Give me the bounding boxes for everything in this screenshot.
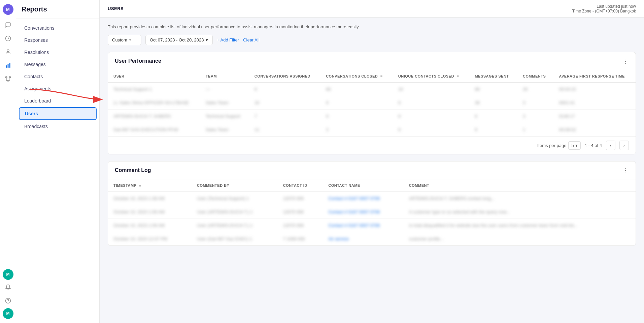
user-avatar[interactable]: M <box>3 4 13 15</box>
cell-contact-id: 7 1068 006 <box>278 232 323 246</box>
date-range-label: Oct 07, 2023 - Oct 20, 2023 <box>150 37 204 42</box>
cell-conv-closed: 3 <box>320 123 393 137</box>
cell-commented-by: User (ARTEMIS-DUCIA T.) 1 <box>192 205 278 219</box>
next-page-button[interactable]: › <box>619 141 629 150</box>
table-row: Technical Support 1 — 8 86 16 88 26 00:0… <box>108 83 636 96</box>
nav-sidebar: Reports Conversations Responses Resoluti… <box>16 0 100 323</box>
sidebar-item-users[interactable]: Users <box>19 107 97 120</box>
add-filter-button[interactable]: + Add Filter <box>217 37 239 42</box>
page-title: USERS <box>108 6 124 11</box>
per-page-value: 5 <box>571 143 574 148</box>
sort-timestamp-icon[interactable]: ≡ <box>139 183 141 187</box>
cell-user: Technical Support 1 <box>108 83 200 96</box>
custom-filter-label: Custom <box>112 37 127 42</box>
comment-log-card: Comment Log ⋮ TIMESTAMP ≡ COMMENTED BY C… <box>108 161 636 246</box>
cell-conv-closed: 86 <box>320 83 393 96</box>
per-page-select[interactable]: 5 ▾ <box>568 141 580 150</box>
comment-log-menu-icon[interactable]: ⋮ <box>622 167 629 174</box>
cell-contact-name: Contact # 0167 0007 0706 <box>323 192 404 205</box>
comment-log-table: TIMESTAMP ≡ COMMENTED BY CONTACT ID CONT… <box>108 179 636 245</box>
cell-user: Gat-997 GAS EXECUTION PF46 <box>108 123 200 137</box>
sidebar-item-conversations[interactable]: Conversations <box>19 22 97 34</box>
col-conv-assigned: CONVERSATIONS ASSIGNED <box>249 70 320 83</box>
items-per-page: Items per page 5 ▾ <box>537 141 581 150</box>
cell-unique-contacts: 6 <box>393 96 470 110</box>
cell-comments: 3 <box>517 110 553 123</box>
main-content: USERS Last updated just now Time Zone - … <box>100 0 644 323</box>
cell-team: Sales Team <box>200 96 249 110</box>
table-row: October 10, 2023 1:06 AM User (ARTEMIS-D… <box>108 205 636 219</box>
contacts-nav-icon[interactable] <box>2 46 14 58</box>
table-row: Lt. Sales Shina OFFICER SO-LTBASE Sales … <box>108 96 636 110</box>
cell-comment: ARTEMIS-DUCIA T. SABER3 contact long... <box>404 192 636 205</box>
cell-conv-assigned: 7 <box>249 110 320 123</box>
workspace-avatar[interactable]: M <box>3 269 13 280</box>
cell-comments: 3 <box>517 96 553 110</box>
prev-page-button[interactable]: ‹ <box>606 141 615 150</box>
cell-comment: In total disqualified it for website due… <box>404 219 636 232</box>
cell-conv-assigned: 16 <box>249 96 320 110</box>
reports-nav-icon[interactable] <box>2 59 14 71</box>
cell-timestamp: October 10, 2023 1:06 AM <box>108 205 192 219</box>
timezone: Time Zone - (GMT+07:00) Bangkok <box>572 9 636 13</box>
cell-unique-contacts: 6 <box>393 123 470 137</box>
col-avg-response: AVERAGE FIRST RESPONSE TIME <box>553 70 636 83</box>
date-range-select[interactable]: Oct 07, 2023 - Oct 20, 2023 ▾ <box>145 35 213 45</box>
user-performance-header: User Performance ⋮ <box>108 52 636 70</box>
cell-messages-sent: 6 <box>469 110 517 123</box>
sidebar-item-broadcasts[interactable]: Broadcasts <box>19 121 97 132</box>
cell-comments: 1 <box>517 123 553 137</box>
svg-rect-3 <box>7 64 8 68</box>
custom-filter-select[interactable]: Custom ▾ <box>108 35 141 45</box>
svg-rect-6 <box>9 77 11 78</box>
col-messages-sent: MESSAGES SENT <box>469 70 517 83</box>
comment-log-header: Comment Log ⋮ <box>108 162 636 179</box>
sidebar-item-responses[interactable]: Responses <box>19 34 97 46</box>
cell-avg-response: 00:04:15 <box>553 83 636 96</box>
col-conv-closed: CONVERSATIONS CLOSED ≡ <box>320 70 393 83</box>
col-unique-contacts: UNIQUE CONTACTS CLOSED ≡ <box>393 70 470 83</box>
cell-conv-assigned: 11 <box>249 123 320 137</box>
cell-comment: A customer type or us selected with the … <box>404 205 636 219</box>
cell-conv-assigned: 8 <box>249 83 320 96</box>
cell-avg-response: 0148:17 <box>553 110 636 123</box>
sidebar-item-assignments[interactable]: Assignments <box>19 83 97 94</box>
sort-unique-icon[interactable]: ≡ <box>456 74 459 78</box>
comment-log-title: Comment Log <box>115 167 151 173</box>
main-header: USERS Last updated just now Time Zone - … <box>100 0 644 18</box>
cell-user: Lt. Sales Shina OFFICER SO-LTBASE <box>108 96 200 110</box>
help-icon[interactable] <box>2 295 14 307</box>
cell-contact-id: 12070 006 <box>278 192 323 205</box>
cell-contact-name: Contact # 0167 0007 0706 <box>323 205 404 219</box>
sidebar-item-messages[interactable]: Messages <box>19 59 97 70</box>
cell-comments: 26 <box>517 83 553 96</box>
conversations-nav-icon[interactable] <box>2 19 14 31</box>
clear-all-button[interactable]: Clear All <box>243 37 259 42</box>
cell-messages-sent: 88 <box>469 83 517 96</box>
responses-nav-icon[interactable] <box>2 32 14 45</box>
table-row: ARTEMIS-DUCIA T. SABER3 Technical Suppor… <box>108 110 636 123</box>
cell-avg-response: 00:08:02 <box>553 123 636 137</box>
cell-user: ARTEMIS-DUCIA T. SABER3 <box>108 110 200 123</box>
user-performance-pagination: Items per page 5 ▾ 1 - 4 of 4 ‹ › <box>108 136 636 154</box>
cell-messages-sent: 38 <box>469 96 517 110</box>
sidebar-item-resolutions[interactable]: Resolutions <box>19 47 97 58</box>
per-page-chevron-icon: ▾ <box>575 143 578 148</box>
sort-conv-closed-icon[interactable]: ≡ <box>380 74 383 78</box>
cell-contact-name: Air service <box>323 232 404 246</box>
page-description: This report provides a complete list of … <box>108 24 636 29</box>
table-row: October 10, 2023 1:06 AM User (ARTEMIS-D… <box>108 219 636 232</box>
bell-icon[interactable] <box>2 281 14 293</box>
sidebar-item-contacts[interactable]: Contacts <box>19 71 97 82</box>
cell-conv-closed: 9 <box>320 110 393 123</box>
sidebar-item-leaderboard[interactable]: Leaderboard <box>19 95 97 107</box>
items-per-page-label: Items per page <box>537 143 567 148</box>
user-avatar-bottom[interactable]: M <box>3 308 13 319</box>
cell-team: Sales Team <box>200 123 249 137</box>
user-performance-menu-icon[interactable]: ⋮ <box>622 58 629 64</box>
chevron-down-icon: ▾ <box>129 38 131 42</box>
cell-team: Technical Support <box>200 110 249 123</box>
network-nav-icon[interactable] <box>2 73 14 85</box>
sidebar-title: Reports <box>16 5 99 19</box>
table-row: October 10, 2023 1:38 AM User (Technical… <box>108 192 636 205</box>
